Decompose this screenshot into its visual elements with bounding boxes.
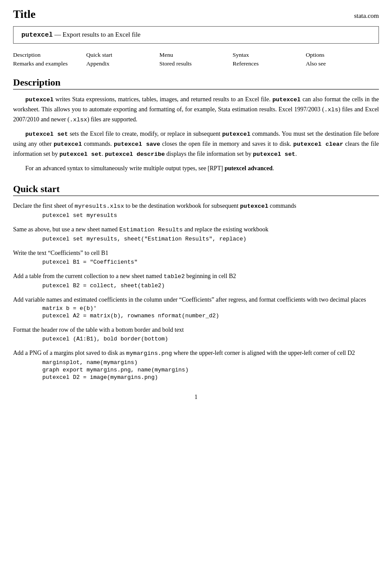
qs-item-3-indent: putexcel B1 = "Coefficients" (25, 259, 379, 265)
qs-item-1-code-1: putexcel set myresults (42, 212, 379, 219)
qs-item-2-code-1: putexcel set myresults, sheet("Estimatio… (42, 236, 379, 242)
nav-stored-results[interactable]: Stored results (160, 60, 192, 67)
nav-options[interactable]: Options (306, 52, 324, 58)
qs-item-4-code-1: putexcel B2 = collect, sheet(table2) (42, 282, 379, 289)
title-dash: — (55, 31, 61, 38)
qs-item-3-code-1: putexcel B1 = "Coefficients" (42, 259, 379, 265)
qs-item-7: Add a PNG of a margins plot saved to dis… (13, 348, 379, 381)
qs-item-7-indent: marginsplot, name(mymargins) graph expor… (25, 359, 379, 381)
qs-item-5-text: Add variable names and estimated coeffic… (13, 295, 379, 305)
qs-item-5: Add variable names and estimated coeffic… (13, 295, 379, 320)
page-header: Title stata.com (13, 8, 379, 21)
qs-item-3-text: Write the text “Coefficients” to cell B1 (13, 248, 379, 258)
qs-item-3: Write the text “Coefficients” to cell B1… (13, 248, 379, 265)
qs-item-2-text: Same as above, but use a new sheet named… (13, 225, 379, 235)
description-para3: For an advanced syntax to simultaneously… (13, 164, 379, 173)
nav-menu[interactable]: Menu (160, 52, 174, 58)
nav-appendix[interactable]: Appendix (86, 60, 109, 67)
description-section: Description putexcel writes Stata expres… (13, 77, 379, 173)
qs-item-7-code-2: graph export mymargins.png, name(mymargi… (42, 367, 379, 373)
page-number: 1 (13, 394, 379, 401)
title-box: putexcel — Export results to an Excel fi… (13, 26, 379, 44)
qs-item-6-text: Format the header row of the table with … (13, 325, 379, 335)
qs-item-2-indent: putexcel set myresults, sheet("Estimatio… (25, 236, 379, 242)
qs-item-1-indent: putexcel set myresults (25, 212, 379, 219)
nav-syntax[interactable]: Syntax (232, 52, 249, 58)
quickstart-section: Quick start Declare the first sheet of m… (13, 183, 379, 381)
qs-item-4-indent: putexcel B2 = collect, sheet(table2) (25, 282, 379, 289)
nav-table: Description Quick start Menu Syntax Opti… (13, 51, 379, 68)
nav-also-see[interactable]: Also see (306, 60, 326, 67)
qs-item-7-code-1: marginsplot, name(mymargins) (42, 359, 379, 366)
qs-item-1-text: Declare the first sheet of myresults.xls… (13, 201, 379, 211)
nav-quickstart[interactable]: Quick start (86, 52, 112, 58)
nav-references[interactable]: References (232, 60, 259, 67)
page-title: Title (13, 8, 36, 21)
title-command: putexcel (21, 31, 53, 39)
qs-item-2: Same as above, but use a new sheet named… (13, 225, 379, 242)
qs-item-6-code-1: putexcel (A1:B1), bold border(bottom) (42, 336, 379, 342)
qs-item-6-indent: putexcel (A1:B1), bold border(bottom) (25, 336, 379, 342)
qs-item-7-text: Add a PNG of a margins plot saved to dis… (13, 348, 379, 358)
qs-item-1: Declare the first sheet of myresults.xls… (13, 201, 379, 219)
brand-link[interactable]: stata.com (354, 12, 379, 20)
title-description: Export results to an Excel file (63, 31, 141, 38)
qs-item-5-code-1: matrix b = e(b)' (42, 305, 379, 312)
qs-item-4-text: Add a table from the current collection … (13, 272, 379, 282)
description-heading: Description (13, 77, 379, 89)
nav-remarks[interactable]: Remarks and examples (13, 60, 68, 67)
description-para1: putexcel writes Stata expressions, matri… (13, 95, 379, 125)
qs-item-6: Format the header row of the table with … (13, 325, 379, 342)
qs-item-5-indent: matrix b = e(b)' putexcel A2 = matrix(b)… (25, 305, 379, 319)
qs-item-4: Add a table from the current collection … (13, 272, 379, 289)
qs-item-7-code-3: putexcel D2 = image(mymargins.png) (42, 374, 379, 381)
nav-description[interactable]: Description (13, 52, 41, 58)
quickstart-heading: Quick start (13, 183, 379, 196)
description-para2: putexcel set sets the Excel file to crea… (13, 129, 379, 159)
qs-item-5-code-2: putexcel A2 = matrix(b), rownames nforma… (42, 313, 379, 319)
